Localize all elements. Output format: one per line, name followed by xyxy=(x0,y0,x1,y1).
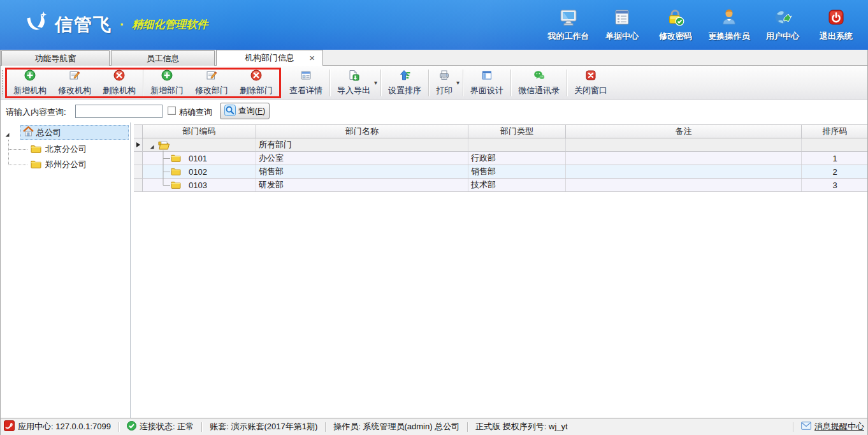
status-separator xyxy=(201,422,202,432)
dropdown-arrow-icon[interactable]: ▾ xyxy=(374,79,377,86)
operator-text: 操作员: 系统管理员(admin) 总公司 xyxy=(333,421,459,432)
workbench-button[interactable]: 我的工作台 xyxy=(542,8,595,42)
close-window-button[interactable]: 关闭窗口 xyxy=(568,68,613,98)
folder-icon xyxy=(31,159,41,170)
brand-tagline: 精细化管理软件 xyxy=(132,17,208,32)
open-folder-icon xyxy=(158,140,170,151)
tree-node-beijing-label: 北京分公司 xyxy=(45,144,87,155)
row-indicator-cell xyxy=(134,165,143,178)
status-separator xyxy=(325,422,326,432)
table-row[interactable]: 0103 研发部 技术部 3 xyxy=(134,179,868,192)
column-header-note[interactable]: 备注 xyxy=(566,125,802,138)
table-row[interactable]: 0102 销售部 销售部 2 xyxy=(134,165,868,179)
brand-separator: · xyxy=(120,17,124,33)
add-icon xyxy=(161,70,173,83)
table-row[interactable]: 所有部门 xyxy=(134,138,868,152)
wechat-contacts-button[interactable]: 微信通讯录 xyxy=(512,68,565,98)
edit-org-label: 修改机构 xyxy=(58,85,91,96)
tab-function-nav[interactable]: 功能导航窗 xyxy=(1,50,110,66)
import-export-button[interactable]: 导入导出 xyxy=(331,68,376,98)
message-center-text[interactable]: 消息提醒中心 xyxy=(814,421,864,432)
toolbar-separator xyxy=(143,70,143,96)
brand-name: 信管飞 xyxy=(55,13,112,37)
document-center-label: 单据中心 xyxy=(605,31,639,42)
tab-employee-info[interactable]: 员工信息 xyxy=(111,50,215,66)
table-row[interactable]: 0101 办公室 行政部 1 xyxy=(134,152,868,165)
status-separator xyxy=(119,422,119,432)
query-button[interactable]: 查询(F) xyxy=(220,103,270,119)
tree-node-branch-beijing[interactable]: 北京分公司 xyxy=(0,142,131,157)
printer-icon xyxy=(438,70,450,83)
exact-match-label: 精确查询 xyxy=(179,107,212,118)
tree-node-branch-zhengzhou[interactable]: 郑州分公司 xyxy=(0,157,131,172)
note-cell xyxy=(566,179,802,191)
status-separator xyxy=(793,422,793,432)
wechat-contacts-label: 微信通讯录 xyxy=(518,85,560,96)
tab-org-department-info[interactable]: 机构部门信息 × xyxy=(216,50,323,66)
delete-org-button[interactable]: 删除机构 xyxy=(97,68,141,98)
switch-user-icon xyxy=(720,8,739,29)
document-center-button[interactable]: 单据中心 xyxy=(595,8,649,42)
tree-node-root-selection[interactable]: 总公司 xyxy=(20,125,129,140)
toolbar-separator xyxy=(463,70,463,96)
user-center-label: 用户中心 xyxy=(766,31,799,42)
message-center-link[interactable]: 消息提醒中心 xyxy=(801,421,864,432)
table-header-row: 部门编码 部门名称 部门类型 备注 排序码 xyxy=(134,124,868,138)
delete-icon xyxy=(250,70,262,83)
ui-design-button[interactable]: 界面设计 xyxy=(465,68,509,98)
column-header-dept-name[interactable]: 部门名称 xyxy=(256,125,468,138)
search-input[interactable] xyxy=(75,105,163,118)
dept-code-text: 0103 xyxy=(189,181,207,190)
close-window-icon xyxy=(585,70,597,83)
column-header-dept-code[interactable]: 部门编码 xyxy=(143,125,256,138)
user-center-button[interactable]: 用户中心 xyxy=(756,8,809,42)
toolbar-separator xyxy=(329,70,330,96)
dept-type-cell xyxy=(468,138,566,151)
tree-node-root-label: 总公司 xyxy=(36,127,61,138)
add-org-button[interactable]: 新增机构 xyxy=(8,68,52,98)
view-detail-button[interactable]: 查看详情 xyxy=(284,68,328,98)
view-detail-label: 查看详情 xyxy=(289,85,322,96)
dropdown-arrow-icon[interactable]: ▾ xyxy=(456,79,459,86)
toolbar-separator xyxy=(380,70,381,96)
highlighted-button-group: 新增机构 修改机构 删除机构 新增部门 xyxy=(5,68,281,98)
connection-status: 连接状态: 正常 xyxy=(127,421,194,432)
edit-org-button[interactable]: 修改机构 xyxy=(52,68,97,98)
dept-type-cell: 行政部 xyxy=(468,152,566,165)
note-cell xyxy=(566,152,802,165)
expander-icon[interactable] xyxy=(149,142,155,151)
expander-icon[interactable] xyxy=(4,130,10,140)
operator-status: 操作员: 系统管理员(admin) 总公司 xyxy=(333,421,459,432)
delete-dept-button[interactable]: 删除部门 xyxy=(234,68,278,98)
exit-system-label: 退出系统 xyxy=(820,31,853,42)
ui-design-label: 界面设计 xyxy=(470,85,503,96)
exact-match-checkbox[interactable] xyxy=(168,107,176,115)
note-cell xyxy=(566,165,802,178)
sort-code-cell: 1 xyxy=(802,152,868,165)
close-window-label: 关闭窗口 xyxy=(574,85,607,96)
edit-icon xyxy=(206,70,217,83)
app-center-status: 应用中心: 127.0.0.1:7099 xyxy=(4,420,111,433)
status-separator xyxy=(467,422,468,432)
delete-org-label: 删除机构 xyxy=(103,85,136,96)
switch-operator-button[interactable]: 更换操作员 xyxy=(702,8,756,42)
print-button[interactable]: 打印 xyxy=(430,68,458,98)
column-header-sort-code[interactable]: 排序码 xyxy=(802,125,868,138)
tab-close-icon[interactable]: × xyxy=(309,53,315,63)
toolbar-gripper[interactable] xyxy=(1,70,4,96)
brand-logo-block: 信管飞 · 精细化管理软件 xyxy=(22,10,208,39)
edit-dept-button[interactable]: 修改部门 xyxy=(189,68,234,98)
exit-system-button[interactable]: 退出系统 xyxy=(809,8,863,42)
column-header-dept-type[interactable]: 部门类型 xyxy=(468,125,566,138)
sort-icon xyxy=(399,70,410,83)
change-password-button[interactable]: 修改密码 xyxy=(649,8,702,42)
tree-node-root[interactable]: 总公司 xyxy=(0,125,131,140)
tab-org-department-info-label: 机构部门信息 xyxy=(245,52,294,64)
set-sort-button[interactable]: 设置排序 xyxy=(382,68,427,98)
app-center-text: 应用中心: 127.0.0.1:7099 xyxy=(18,421,111,432)
top-banner: 信管飞 · 精细化管理软件 我的工作台 xyxy=(0,0,868,50)
add-dept-button[interactable]: 新增部门 xyxy=(145,68,189,98)
department-table: 部门编码 部门名称 部门类型 备注 排序码 所有部门 xyxy=(134,124,868,192)
tab-function-nav-label: 功能导航窗 xyxy=(35,53,76,64)
wechat-icon xyxy=(533,70,545,83)
